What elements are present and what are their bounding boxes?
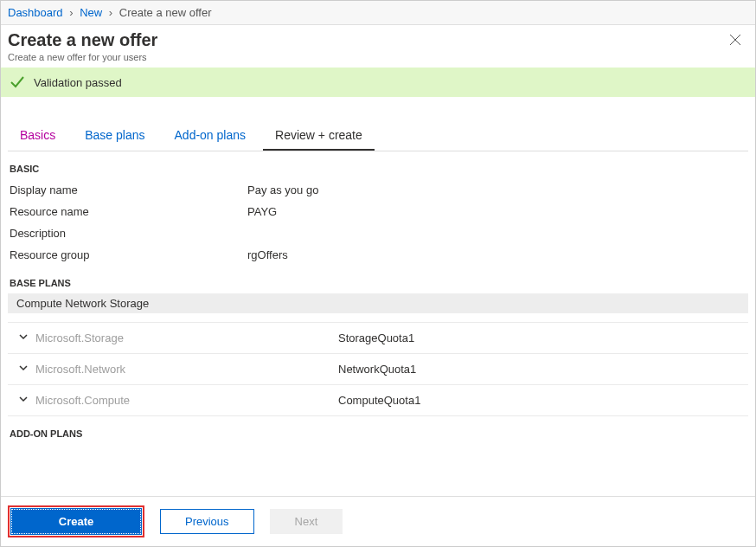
kv-val: PAYG xyxy=(247,205,277,218)
chevron-right-icon: › xyxy=(69,6,73,19)
tab-basics[interactable]: Basics xyxy=(8,121,67,151)
validation-text: Validation passed xyxy=(34,76,122,89)
section-basic-title: BASIC xyxy=(1,151,755,179)
page-title: Create a new offer xyxy=(8,30,157,50)
footer: Create Previous Next xyxy=(1,496,755,546)
kv-key: Resource group xyxy=(10,248,247,261)
previous-button[interactable]: Previous xyxy=(160,509,254,534)
plan-name: Microsoft.Compute xyxy=(35,394,338,407)
kv-key: Display name xyxy=(10,183,247,196)
chevron-down-icon[interactable] xyxy=(11,394,35,407)
kv-val: rgOffers xyxy=(247,248,288,261)
tab-addon-plans[interactable]: Add-on plans xyxy=(163,121,259,151)
plan-quota: StorageQuota1 xyxy=(338,331,414,344)
create-button[interactable]: Create xyxy=(11,509,141,534)
next-button: Next xyxy=(270,509,343,534)
plan-name: Microsoft.Network xyxy=(35,363,338,376)
page-header: Create a new offer Create a new offer fo… xyxy=(1,25,755,68)
plan-row: Microsoft.Compute ComputeQuota1 xyxy=(8,385,748,416)
tab-base-plans[interactable]: Base plans xyxy=(73,121,157,151)
baseplans-header: Compute Network Storage xyxy=(8,293,748,313)
validation-bar: Validation passed xyxy=(1,68,755,97)
section-baseplans-title: BASE PLANS xyxy=(1,266,755,293)
kv-description: Description xyxy=(10,222,746,244)
section-addon-title: ADD-ON PLANS xyxy=(1,416,755,444)
kv-val: Pay as you go xyxy=(247,183,318,196)
kv-resource-group: Resource group rgOffers xyxy=(10,244,746,266)
plan-row: Microsoft.Storage StorageQuota1 xyxy=(8,322,748,354)
kv-key: Resource name xyxy=(10,205,247,218)
plan-row: Microsoft.Network NetworkQuota1 xyxy=(8,354,748,385)
kv-display-name: Display name Pay as you go xyxy=(10,179,746,201)
tab-bar: Basics Base plans Add-on plans Review + … xyxy=(8,121,748,151)
plan-quota: ComputeQuota1 xyxy=(338,394,420,407)
breadcrumb-dashboard[interactable]: Dashboard xyxy=(8,6,63,19)
tab-review-create[interactable]: Review + create xyxy=(263,121,375,151)
chevron-right-icon: › xyxy=(109,6,112,19)
breadcrumb-current: Create a new offer xyxy=(119,6,212,19)
breadcrumb-new[interactable]: New xyxy=(80,6,102,19)
page-subtitle: Create a new offer for your users xyxy=(8,52,157,62)
close-icon[interactable] xyxy=(724,30,746,53)
chevron-down-icon[interactable] xyxy=(11,331,35,344)
chevron-down-icon[interactable] xyxy=(11,363,35,376)
kv-resource-name: Resource name PAYG xyxy=(10,201,746,222)
plan-name: Microsoft.Storage xyxy=(35,331,338,344)
kv-key: Description xyxy=(10,227,247,240)
plan-quota: NetworkQuota1 xyxy=(338,363,416,376)
create-highlight: Create xyxy=(8,505,144,537)
check-icon xyxy=(10,74,25,90)
breadcrumb: Dashboard › New › Create a new offer xyxy=(1,1,755,25)
